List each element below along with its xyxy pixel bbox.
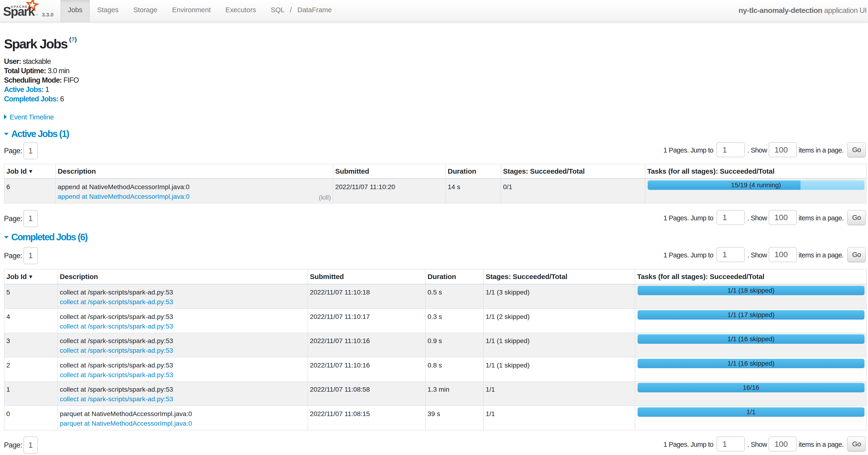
svg-text:APACHE: APACHE xyxy=(11,5,28,8)
svg-text:TM: TM xyxy=(35,13,38,16)
svg-text:3.3.0: 3.3.0 xyxy=(42,12,54,18)
